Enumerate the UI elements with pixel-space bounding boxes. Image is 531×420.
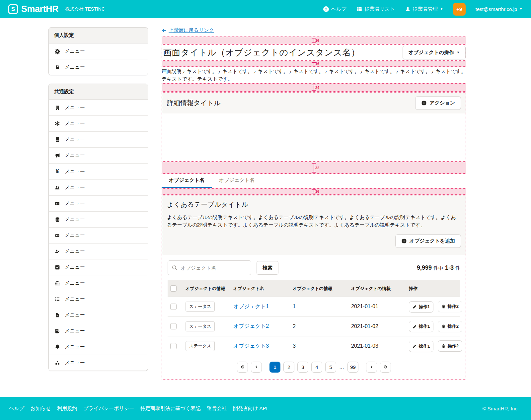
tab-object-name-1[interactable]: オブジェクト名 <box>162 174 212 188</box>
object-info-cell: 3 <box>290 336 348 356</box>
trash-icon <box>441 344 446 348</box>
select-all-checkbox[interactable] <box>170 285 177 292</box>
page-button-99[interactable]: 99 <box>347 362 358 373</box>
footer-link[interactable]: 開発者向け API <box>233 405 267 412</box>
search-input[interactable] <box>168 260 251 275</box>
delete-button[interactable]: 操作2 <box>438 340 462 352</box>
footer-link[interactable]: 運営会社 <box>207 405 227 412</box>
table-section-description: よくあるテーブルの説明テキストです。よくあるテーブルの説明テキストです。よくある… <box>167 213 461 229</box>
notification-badge[interactable]: +9 <box>453 3 466 16</box>
back-to-parent-link[interactable]: 上階層に戻るリンク <box>162 27 214 34</box>
add-object-button[interactable]: オブジェクトを追加 <box>395 234 461 248</box>
sidebar-item-menu[interactable]: メニュー <box>49 323 148 339</box>
detail-info-header: 詳細情報タイトル アクション <box>162 93 466 113</box>
personal-settings-title: 個人設定 <box>49 28 148 43</box>
object-actions-button[interactable]: オブジェクトの操作 ▼ <box>403 46 466 59</box>
bank-icon <box>54 280 60 286</box>
row-checkbox[interactable] <box>170 343 177 349</box>
sidebar-item-menu[interactable]: メニュー <box>49 244 148 259</box>
sidebar-item-menu[interactable]: メニュー <box>49 275 148 291</box>
column-header: オブジェクトの情報 <box>348 280 406 297</box>
page-title-block: 画面タイトル（オブジェクトのインスタンス名） オブジェクトの操作 ▼ <box>162 44 466 61</box>
spacing-annotation: 24 <box>162 83 466 92</box>
page-button-3[interactable]: 3 <box>297 362 308 373</box>
object-link[interactable]: オブジェクト2 <box>233 323 269 329</box>
sidebar-item-label: メニュー <box>65 136 85 143</box>
tab-object-name-2[interactable]: オブジェクト名 <box>212 174 262 188</box>
spacing-annotation: 16 <box>162 61 466 67</box>
edit-button[interactable]: 操作1 <box>409 301 433 313</box>
sidebar-item-menu[interactable]: メニュー <box>49 180 148 196</box>
column-header: オブジェクトの情報 <box>183 280 231 297</box>
sidebar-item-label: メニュー <box>65 48 85 54</box>
footer-link[interactable]: お知らせ <box>31 405 51 412</box>
detail-info-title: 詳細情報タイトル <box>167 99 221 107</box>
pencil-icon <box>413 344 417 348</box>
search-button[interactable]: 検索 <box>257 261 278 275</box>
delete-button[interactable]: 操作2 <box>438 301 462 312</box>
sidebar-item-menu[interactable]: メニュー <box>49 116 148 132</box>
action-button[interactable]: アクション <box>415 96 461 110</box>
sidebar-item-menu[interactable]: メニュー <box>49 59 148 75</box>
smarthr-logo[interactable]: S SmartHR <box>8 4 58 14</box>
sidebar-item-menu[interactable]: メニュー <box>49 100 148 116</box>
help-link[interactable]: ? ヘルプ <box>323 6 346 12</box>
footer-link[interactable]: ヘルプ <box>9 405 24 412</box>
sidebar-item-menu[interactable]: メニュー <box>49 307 148 323</box>
first-page-button[interactable] <box>237 362 248 373</box>
row-checkbox[interactable] <box>170 304 177 310</box>
footer-link[interactable]: 特定商取引法に基づく表記 <box>140 405 200 412</box>
sidebar-item-menu[interactable]: ¥ メニュー <box>49 164 148 180</box>
footer-link[interactable]: プライバシーポリシー <box>83 405 134 412</box>
page-button-2[interactable]: 2 <box>283 362 294 373</box>
plus-circle-icon <box>401 238 407 244</box>
last-page-button[interactable] <box>380 362 391 373</box>
edit-button[interactable]: 操作1 <box>409 341 433 352</box>
sidebar-item-menu[interactable]: メニュー <box>49 291 148 307</box>
prev-page-button[interactable] <box>251 362 262 373</box>
sidebar-item-menu[interactable]: メニュー <box>49 43 148 59</box>
sidebar-item-menu[interactable]: メニュー <box>49 148 148 164</box>
trash-icon <box>441 324 446 329</box>
sidebar-item-menu[interactable]: メニュー <box>49 259 148 275</box>
status-badge: ステータス <box>186 341 215 351</box>
personal-settings-card: 個人設定 メニュー メニュー <box>48 27 148 75</box>
common-table-section: よくあるテーブルタイトル よくあるテーブルの説明テキストです。よくあるテーブルの… <box>162 195 466 380</box>
next-page-button[interactable] <box>366 362 377 373</box>
row-checkbox[interactable] <box>170 323 177 329</box>
footer-link[interactable]: 利用規約 <box>57 405 77 412</box>
column-header: 操作 <box>406 280 460 297</box>
object-date-cell: 2021-01-01 <box>348 297 406 317</box>
page-button-5[interactable]: 5 <box>325 362 336 373</box>
sidebar-item-label: メニュー <box>65 169 85 175</box>
smarthr-logo-icon: S <box>8 4 18 14</box>
sidebar-item-menu[interactable]: メニュー <box>49 355 148 371</box>
sidebar-item-label: メニュー <box>65 328 85 334</box>
object-table: オブジェクトの情報 オブジェクト名 オブジェクトの情報 オブジェクトの情報 操作… <box>168 280 460 356</box>
employee-admin-dropdown[interactable]: 従業員管理 ▼ <box>405 6 443 12</box>
copyright: © SmartHR, Inc. <box>483 406 519 411</box>
account-dropdown[interactable]: test@smarthr.co.jp ▼ <box>476 6 522 12</box>
edit-button[interactable]: 操作1 <box>409 321 433 332</box>
lock-icon <box>54 64 60 70</box>
table-card: 検索 9,999 件中 1-3 件 <box>162 255 466 379</box>
asterisk-icon <box>54 121 60 126</box>
sidebar-item-menu[interactable]: メニュー <box>49 196 148 212</box>
chevron-down-icon: ▼ <box>457 51 460 54</box>
user-icon <box>405 6 411 12</box>
delete-button[interactable]: 操作2 <box>438 321 462 332</box>
sidebar-item-menu[interactable]: メニュー <box>49 228 148 244</box>
object-link[interactable]: オブジェクト1 <box>233 304 269 309</box>
employee-list-link[interactable]: 従業員リスト <box>356 6 395 12</box>
sidebar-item-menu[interactable]: メニュー <box>49 339 148 355</box>
page-button-4[interactable]: 4 <box>311 362 322 373</box>
detail-info-section: 詳細情報タイトル アクション <box>162 92 466 162</box>
spacing-annotation: 16 <box>162 188 466 195</box>
money-check-icon <box>54 233 60 238</box>
object-link[interactable]: オブジェクト3 <box>233 343 269 349</box>
sidebar-item-label: メニュー <box>65 64 85 70</box>
sidebar-item-menu[interactable]: メニュー <box>49 212 148 228</box>
sidebar-item-menu[interactable]: メニュー <box>49 132 148 148</box>
sidebar-item-label: メニュー <box>65 280 85 286</box>
page-button-1[interactable]: 1 <box>269 362 280 373</box>
